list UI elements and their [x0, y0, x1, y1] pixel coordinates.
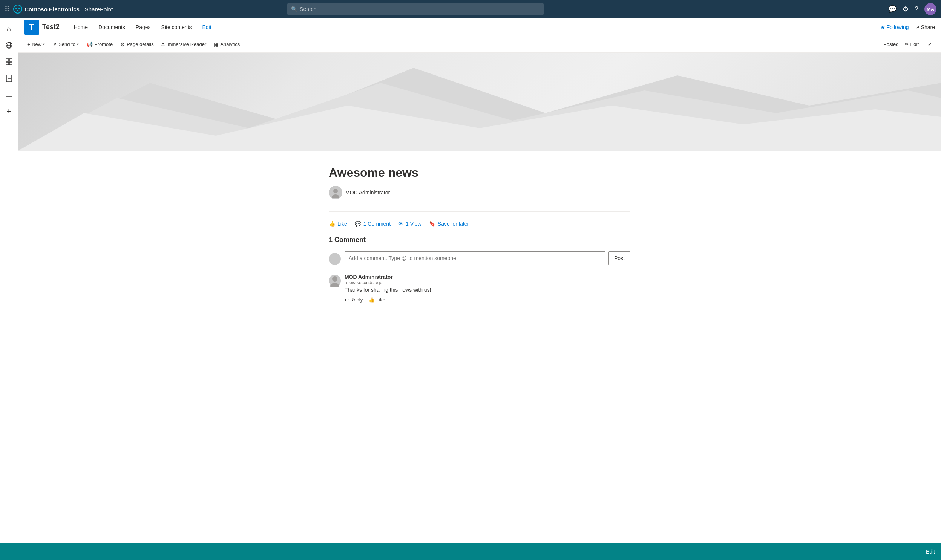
hero-area	[18, 53, 941, 151]
comment-input[interactable]	[345, 251, 605, 265]
new-chevron-icon: ▾	[43, 42, 45, 46]
reply-label: Reply	[350, 297, 363, 303]
following-label: Following	[887, 24, 909, 30]
bookmark-icon: 🔖	[429, 221, 436, 227]
view-icon: 👁	[398, 221, 404, 227]
comment-time: a few seconds ago	[345, 280, 630, 285]
sidebar-add-icon[interactable]: +	[2, 104, 17, 119]
share-label: Share	[921, 24, 935, 30]
contoso-logo-icon	[13, 5, 22, 14]
reader-icon: A	[161, 42, 165, 48]
sidebar-home-icon[interactable]: ⌂	[2, 21, 17, 36]
comment-author-name: MOD Administrator	[345, 274, 630, 280]
sidebar-media-icon[interactable]	[2, 54, 17, 69]
expand-icon: ⤢	[928, 42, 932, 47]
help-icon[interactable]: ?	[915, 5, 918, 13]
sidebar-globe-icon[interactable]	[2, 38, 17, 53]
page-details-button[interactable]: ⚙ Page details	[117, 38, 157, 51]
article-wrapper: Awesome news MOD Administrator 👍 Like 💬 …	[314, 151, 645, 340]
settings-icon[interactable]: ⚙	[902, 5, 909, 13]
svg-point-22	[332, 194, 339, 198]
comment-body: MOD Administrator a few seconds ago Than…	[345, 274, 630, 304]
svg-point-23	[332, 276, 337, 282]
share-button[interactable]: ↗ Share	[915, 24, 935, 30]
comment-actions: ↩ Reply 👍 Like ···	[345, 296, 630, 304]
toolbar: + New ▾ ↗ Send to ▾ 📢 Promote ⚙ Page det…	[18, 36, 941, 53]
search-icon: 🔍	[291, 6, 297, 12]
analytics-label: Analytics	[220, 42, 240, 47]
promote-button[interactable]: 📢 Promote	[83, 38, 116, 51]
sidebar-page-icon[interactable]	[2, 71, 17, 86]
edit-pencil-icon: ✏	[905, 42, 909, 47]
share-icon: ↗	[915, 24, 919, 30]
view-count-label: 1 View	[406, 221, 422, 227]
user-avatar[interactable]: MA	[924, 3, 936, 15]
promote-icon: 📢	[86, 42, 93, 48]
svg-point-0	[14, 5, 22, 13]
following-button[interactable]: ★ Following	[880, 24, 909, 30]
brand-logo[interactable]: Contoso Electronics	[13, 5, 80, 14]
nav-link-edit[interactable]: Edit	[197, 18, 217, 36]
chat-icon[interactable]: 💬	[888, 5, 896, 13]
reply-icon: ↩	[345, 297, 349, 303]
svg-point-3	[17, 10, 18, 11]
nav-link-pages[interactable]: Pages	[131, 18, 156, 36]
brand-name: Contoso Electronics	[25, 6, 80, 12]
send-to-button[interactable]: ↗ Send to ▾	[49, 38, 82, 51]
comment-icon: 💬	[355, 221, 361, 227]
details-icon: ⚙	[120, 42, 125, 48]
comment-item: MOD Administrator a few seconds ago Than…	[329, 274, 630, 304]
comment-input-box: Post	[345, 251, 630, 265]
reply-button[interactable]: ↩ Reply	[345, 297, 363, 303]
comment-input-row: Post	[329, 251, 630, 265]
new-label: New	[32, 42, 42, 47]
search-input[interactable]	[300, 6, 540, 12]
nav-link-documents[interactable]: Documents	[93, 18, 131, 36]
author-avatar	[329, 186, 342, 199]
new-button[interactable]: + New ▾	[24, 38, 48, 51]
posted-label: Posted	[883, 42, 898, 47]
expand-button[interactable]: ⤢	[925, 40, 935, 49]
like-label: Like	[337, 221, 347, 227]
waffle-icon[interactable]: ⠿	[5, 5, 9, 13]
svg-rect-8	[9, 59, 12, 62]
author-name: MOD Administrator	[345, 189, 390, 195]
nav-link-home[interactable]: Home	[69, 18, 93, 36]
media-svg	[5, 58, 13, 66]
article-divider	[329, 211, 630, 212]
nav-right: 💬 ⚙ ? MA	[888, 3, 936, 15]
comments-heading: 1 Comment	[329, 236, 630, 244]
analytics-icon: ▦	[214, 42, 219, 48]
immersive-reader-button[interactable]: A Immersive Reader	[158, 38, 209, 51]
send-chevron-icon: ▾	[77, 42, 79, 46]
svg-point-21	[333, 189, 338, 193]
svg-point-1	[15, 8, 17, 9]
site-nav-links: Home Documents Pages Site contents Edit	[69, 18, 217, 36]
site-icon-box: T	[24, 20, 39, 35]
view-button[interactable]: 👁 1 View	[398, 221, 422, 227]
comment-count-label: 1 Comment	[363, 221, 391, 227]
search-box[interactable]: 🔍	[287, 3, 544, 15]
site-nav: T Test2 Home Documents Pages Site conten…	[18, 18, 941, 36]
like-button[interactable]: 👍 Like	[329, 221, 347, 227]
sidebar-list-icon[interactable]	[2, 88, 17, 103]
comment-like-button[interactable]: 👍 Like	[369, 297, 385, 303]
analytics-button[interactable]: ▦ Analytics	[211, 38, 243, 51]
comment-more-button[interactable]: ···	[625, 296, 630, 304]
edit-label: Edit	[910, 42, 919, 47]
list-svg	[5, 91, 13, 99]
globe-svg	[5, 42, 13, 49]
edit-page-button[interactable]: ✏ Edit	[902, 40, 922, 49]
post-button[interactable]: Post	[608, 251, 630, 265]
comment-like-label: Like	[376, 297, 385, 303]
comment-like-icon: 👍	[369, 297, 375, 303]
save-button[interactable]: 🔖 Save for later	[429, 221, 469, 227]
main-content: Awesome news MOD Administrator 👍 Like 💬 …	[18, 53, 941, 543]
article-title: Awesome news	[329, 166, 630, 180]
nav-left: ⠿ Contoso Electronics SharePoint	[5, 5, 113, 14]
comment-button[interactable]: 💬 1 Comment	[355, 221, 391, 227]
page-details-label: Page details	[127, 42, 154, 47]
nav-link-site-contents[interactable]: Site contents	[156, 18, 197, 36]
top-nav: ⠿ Contoso Electronics SharePoint 🔍 💬 ⚙ ?…	[0, 0, 941, 18]
svg-point-24	[330, 283, 339, 287]
